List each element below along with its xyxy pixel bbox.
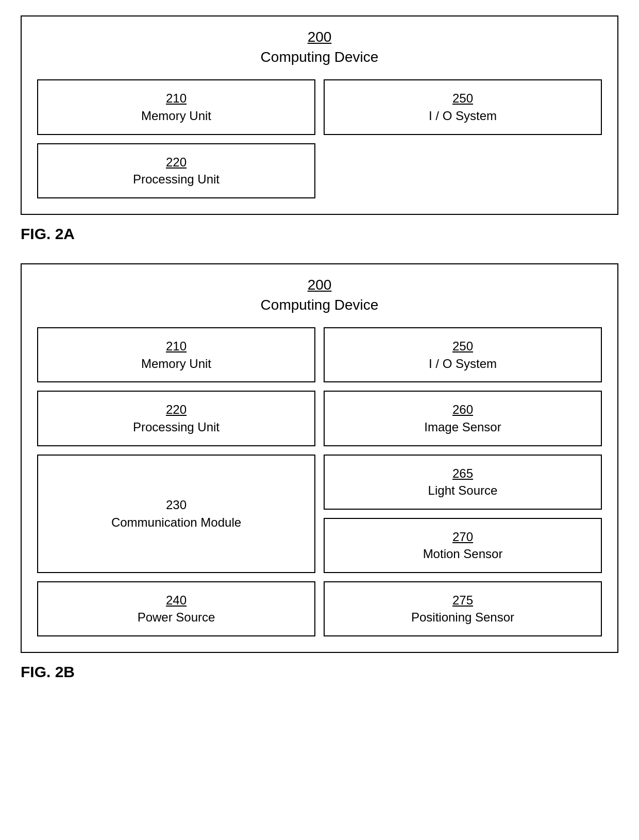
fig2b-figure-label: FIG. 2B [21, 663, 618, 681]
fig2b-io-label: I / O System [335, 355, 591, 373]
fig2b-io-system: 250 I / O System [324, 327, 602, 382]
fig2b-comm-module: 230 Communication Module [37, 455, 315, 573]
fig2b-motion-ref: 270 [335, 528, 591, 546]
fig2b-pos-ref: 275 [335, 592, 591, 609]
fig2b-image-label: Image Sensor [335, 418, 591, 436]
fig2b-motion-sensor: 270 Motion Sensor [324, 518, 602, 573]
fig2b-memory-unit: 210 Memory Unit [37, 327, 315, 382]
fig2a-memory-ref: 210 [48, 90, 304, 107]
fig2a-container: 200 Computing Device 210 Memory Unit 250… [21, 15, 618, 215]
fig2a-memory-unit: 210 Memory Unit [37, 79, 315, 135]
fig2b-processing-unit: 220 Processing Unit [37, 391, 315, 446]
fig2b-memory-label: Memory Unit [48, 355, 304, 373]
fig2b-proc-label: Processing Unit [48, 418, 304, 436]
fig2b-light-source: 265 Light Source [324, 455, 602, 510]
fig2a-io-ref: 250 [335, 90, 591, 107]
fig2b-light-label: Light Source [335, 482, 591, 499]
fig2b-power-label: Power Source [48, 609, 304, 626]
fig2b-image-ref: 260 [335, 401, 591, 418]
fig2b-comm-label: Communication Module [48, 514, 304, 531]
fig2b-memory-ref: 210 [48, 338, 304, 355]
fig2a-processing-unit: 220 Processing Unit [37, 143, 315, 198]
fig2a-figure-label: FIG. 2A [21, 225, 618, 243]
fig2b-proc-ref: 220 [48, 401, 304, 418]
fig2a-label: Computing Device [37, 47, 602, 67]
fig2b-positioning-sensor: 275 Positioning Sensor [324, 581, 602, 636]
fig2b-io-ref: 250 [335, 338, 591, 355]
fig2a-proc-label: Processing Unit [48, 171, 304, 188]
fig2a-io-system: 250 I / O System [324, 79, 602, 135]
fig2a-title: 200 Computing Device [37, 27, 602, 67]
fig2b-container: 200 Computing Device 210 Memory Unit 220… [21, 263, 618, 653]
fig2b-power-ref: 240 [48, 592, 304, 609]
fig2b-label: Computing Device [37, 295, 602, 315]
fig2a-ref: 200 [37, 27, 602, 47]
fig2b-power-source: 240 Power Source [37, 581, 315, 636]
fig2b-ref: 200 [37, 275, 602, 295]
fig2b-motion-label: Motion Sensor [335, 545, 591, 563]
fig2b-image-sensor: 260 Image Sensor [324, 391, 602, 446]
fig2a-io-label: I / O System [335, 107, 591, 125]
fig2a-memory-label: Memory Unit [48, 107, 304, 125]
fig2b-light-ref: 265 [335, 465, 591, 482]
fig2a-proc-ref: 220 [48, 154, 304, 171]
fig2b-pos-label: Positioning Sensor [335, 609, 591, 626]
fig2b-title: 200 Computing Device [37, 275, 602, 315]
fig2b-comm-ref: 230 [48, 496, 304, 514]
